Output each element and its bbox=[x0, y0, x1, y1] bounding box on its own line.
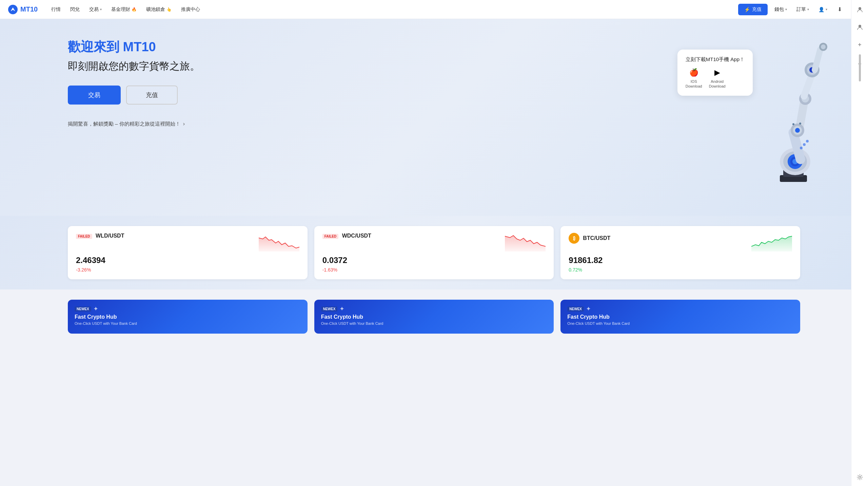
svg-point-0 bbox=[12, 9, 14, 10]
hero-promo[interactable]: 揭開驚喜，解鎖獎勵 – 你的精彩之旅從這裡開始！ › bbox=[68, 121, 258, 127]
charge-icon: ⚡ bbox=[744, 7, 750, 12]
wdc-badge: FAILED bbox=[322, 234, 339, 239]
wdc-value: 0.0372 bbox=[322, 256, 546, 265]
svg-marker-28 bbox=[505, 236, 546, 251]
hero-content: 歡迎來到 MT10 即刻開啟您的數字貨幣之旅。 交易 充值 揭開驚喜，解鎖獎勵 … bbox=[68, 39, 258, 127]
recharge-button[interactable]: 充值 bbox=[126, 86, 178, 105]
wld-pair: WLD/USDT bbox=[96, 233, 124, 239]
order-button[interactable]: 訂單 ▾ bbox=[794, 4, 812, 15]
star-icon-0: ✦ bbox=[93, 305, 98, 313]
banner-subtitle-0: One-Click USDT with Your Bank Card bbox=[75, 321, 301, 325]
logo-icon bbox=[8, 5, 18, 14]
android-label: AndroidDownload bbox=[709, 79, 726, 89]
user-icon: 👤 bbox=[818, 7, 824, 12]
user-button[interactable]: 👤 ▾ bbox=[816, 5, 830, 14]
svg-point-26 bbox=[799, 123, 801, 125]
price-card-wdc[interactable]: FAILED WDC/USDT 0.0372 -1.63% bbox=[314, 226, 554, 279]
price-cards-grid: FAILED WLD/USDT 2.46394 -3.26% bbox=[68, 226, 800, 279]
hero-buttons: 交易 充值 bbox=[68, 86, 258, 105]
brand-name: MT10 bbox=[20, 5, 38, 13]
price-cards-section: FAILED WLD/USDT 2.46394 -3.26% bbox=[0, 216, 868, 289]
download-button[interactable]: ⬇ bbox=[834, 4, 845, 15]
svg-point-24 bbox=[806, 140, 809, 143]
wld-change: -3.26% bbox=[76, 267, 299, 273]
navbar: MT10 行情 閃兌 交易 ▾ 基金理財 🔥 礦池鎖倉 👆 推廣中心 ⚡ 充值 bbox=[0, 0, 868, 19]
banner-subtitle-2: One-Click USDT with Your Bank Card bbox=[567, 321, 793, 325]
zoom-in-button[interactable]: + bbox=[854, 39, 865, 50]
charge-button[interactable]: ⚡ 充值 bbox=[738, 4, 768, 15]
wallet-button[interactable]: 錢包 ▾ bbox=[772, 4, 790, 15]
wld-badge: FAILED bbox=[76, 234, 92, 239]
banner-brand-1: NEWEX bbox=[321, 306, 338, 312]
banner-title-0: Fast Crypto Hub bbox=[75, 314, 301, 320]
nav-links: 行情 閃兌 交易 ▾ 基金理財 🔥 礦池鎖倉 👆 推廣中心 bbox=[47, 4, 729, 15]
sidebar-user-icon-1[interactable] bbox=[854, 4, 865, 15]
btc-pair: BTC/USDT bbox=[583, 235, 610, 241]
apple-icon: 🍎 bbox=[689, 68, 698, 77]
app-download-buttons: 🍎 IOSDownload ▶ AndroidDownload bbox=[686, 68, 745, 89]
hero-title: 歡迎來到 MT10 bbox=[68, 39, 258, 55]
trade-button[interactable]: 交易 bbox=[68, 86, 121, 105]
right-sidebar: + − bbox=[851, 0, 868, 344]
nav-trade[interactable]: 交易 ▾ bbox=[85, 4, 106, 15]
hero-subtitle: 即刻開啟您的數字貨幣之旅。 bbox=[68, 59, 258, 73]
sidebar-user-icon-2[interactable] bbox=[854, 22, 865, 33]
robot-arm-illustration bbox=[739, 39, 848, 202]
svg-point-31 bbox=[859, 25, 861, 27]
nav-flash[interactable]: 閃兌 bbox=[66, 4, 84, 15]
promo-arrow: › bbox=[183, 121, 185, 127]
nav-fund[interactable]: 基金理財 🔥 bbox=[107, 4, 141, 15]
banner-card-0[interactable]: NEWEX ✦ Fast Crypto Hub One-Click USDT w… bbox=[68, 300, 308, 334]
banner-subtitle-1: One-Click USDT with Your Bank Card bbox=[321, 321, 547, 325]
banner-card-1[interactable]: NEWEX ✦ Fast Crypto Hub One-Click USDT w… bbox=[314, 300, 554, 334]
wld-value: 2.46394 bbox=[76, 256, 299, 265]
wld-chart bbox=[259, 233, 299, 251]
scrollbar-thumb bbox=[859, 54, 861, 81]
nav-mining[interactable]: 礦池鎖倉 👆 bbox=[142, 4, 176, 15]
ios-download-button[interactable]: 🍎 IOSDownload bbox=[686, 68, 702, 89]
app-card-title: 立刻下載MT10手機 App！ bbox=[686, 56, 745, 63]
svg-point-21 bbox=[821, 44, 826, 49]
banner-brand-0: NEWEX bbox=[75, 306, 91, 312]
price-card-btc[interactable]: ₿ BTC/USDT 91861.82 0.72% bbox=[560, 226, 800, 279]
trade-chevron: ▾ bbox=[100, 7, 102, 11]
banner-cards-grid: NEWEX ✦ Fast Crypto Hub One-Click USDT w… bbox=[68, 300, 800, 334]
download-icon: ⬇ bbox=[837, 6, 842, 13]
nav-logo[interactable]: MT10 bbox=[8, 5, 38, 14]
svg-point-12 bbox=[795, 128, 800, 133]
btc-chart bbox=[751, 233, 792, 251]
app-download-card: 立刻下載MT10手機 App！ 🍎 IOSDownload ▶ AndroidD… bbox=[677, 50, 753, 96]
svg-marker-27 bbox=[259, 237, 299, 251]
star-icon-2: ✦ bbox=[586, 305, 591, 313]
android-icon: ▶ bbox=[714, 68, 720, 77]
svg-point-23 bbox=[803, 143, 806, 146]
btc-icon: ₿ bbox=[569, 233, 579, 244]
banner-card-2[interactable]: NEWEX ✦ Fast Crypto Hub One-Click USDT w… bbox=[560, 300, 800, 334]
price-card-wld[interactable]: FAILED WLD/USDT 2.46394 -3.26% bbox=[68, 226, 308, 279]
banner-title-2: Fast Crypto Hub bbox=[567, 314, 793, 320]
wdc-chart bbox=[505, 233, 546, 251]
star-icon-1: ✦ bbox=[339, 305, 344, 313]
android-download-button[interactable]: ▶ AndroidDownload bbox=[709, 68, 726, 89]
wdc-change: -1.63% bbox=[322, 267, 546, 273]
sidebar-zoom: + − bbox=[854, 39, 865, 69]
nav-market[interactable]: 行情 bbox=[47, 4, 65, 15]
order-chevron: ▾ bbox=[807, 7, 809, 11]
ios-label: IOSDownload bbox=[686, 79, 702, 89]
banner-title-1: Fast Crypto Hub bbox=[321, 314, 547, 320]
btc-value: 91861.82 bbox=[569, 256, 792, 265]
banner-brand-2: NEWEX bbox=[567, 306, 584, 312]
btc-change: 0.72% bbox=[569, 267, 792, 273]
svg-point-25 bbox=[792, 123, 794, 125]
banner-section: NEWEX ✦ Fast Crypto Hub One-Click USDT w… bbox=[0, 289, 868, 344]
nav-right: ⚡ 充值 錢包 ▾ 訂單 ▾ 👤 ▾ ⬇ 🌐 bbox=[738, 4, 860, 15]
user-chevron: ▾ bbox=[826, 7, 827, 11]
wallet-chevron: ▾ bbox=[785, 7, 787, 11]
svg-point-22 bbox=[800, 147, 803, 149]
wdc-pair: WDC/USDT bbox=[342, 233, 371, 239]
nav-promo[interactable]: 推廣中心 bbox=[177, 4, 204, 15]
hero-section: 歡迎來到 MT10 即刻開啟您的數字貨幣之旅。 交易 充值 揭開驚喜，解鎖獎勵 … bbox=[0, 19, 868, 216]
svg-point-30 bbox=[859, 7, 861, 10]
